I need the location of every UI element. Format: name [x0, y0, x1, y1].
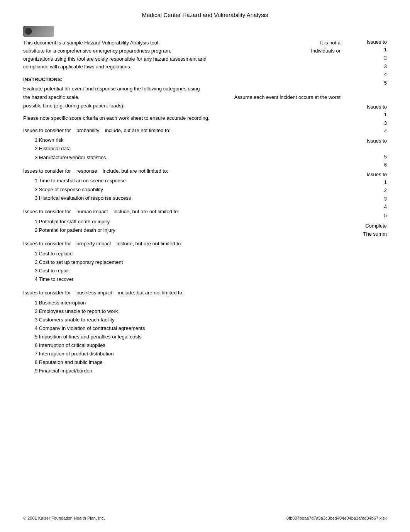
right-numbers-column: Issues to 1 2 3 4 5 Issues to 1 3 4 Issu…	[348, 39, 387, 381]
probability-header-right: include, but are not limited to:	[105, 127, 171, 133]
property-impact-header-mid: property impact	[76, 241, 111, 246]
business-item-2: 2 Employees unable to report to work	[23, 307, 341, 316]
human-impact-header-mid: human impact	[76, 209, 108, 214]
num-2: 2	[348, 54, 387, 62]
issues-label-4: Issues to	[348, 172, 387, 177]
instructions-header: INSTRUCTIONS:	[23, 76, 341, 82]
business-item-9: 9 Financial impact/burden	[23, 367, 341, 375]
response-item-1: 1 Time to marshal an on-scene response	[23, 177, 341, 185]
business-impact-header-right: include, but are not limited to:	[118, 290, 184, 296]
probability-header-left: Issues to consider for	[23, 127, 71, 133]
business-impact-block: Issues to consider for business impact i…	[23, 289, 341, 376]
resp-num-2: 2	[348, 186, 387, 194]
property-impact-header-right: include, but are not limited to:	[117, 241, 182, 246]
business-impact-header-left: Issues to consider for	[23, 290, 71, 296]
probability-item-1: 1 Known risk	[23, 136, 341, 144]
business-item-8: 8 Reputation and public image	[23, 358, 341, 367]
intro-line2-right: Individuals or	[311, 47, 341, 55]
num-1: 1	[348, 46, 387, 54]
response-header-left: Issues to consider for	[23, 168, 71, 174]
logo	[23, 26, 54, 37]
human-impact-header-right: include, but are not limited to:	[114, 209, 179, 214]
human-impact-item-2: 2 Potential for patient death or injury	[23, 226, 341, 235]
intro-line4: compliance with applicable laws and regu…	[23, 63, 341, 71]
inst-num-1: 1	[348, 110, 387, 119]
response-item-3: 3 Historical evaluation of response succ…	[23, 194, 341, 202]
property-impact-header-left: Issues to consider for	[23, 241, 71, 246]
issues-label-3: Issues to	[348, 138, 387, 144]
num-3: 3	[348, 62, 387, 70]
footer-filename: 0fb807bbaa7d7a5a3c3bed404e04ba3afed34b67…	[286, 516, 387, 520]
probability-header-mid: probability	[76, 127, 99, 133]
business-item-3: 3 Customers unable to reach facility	[23, 316, 341, 324]
footer-copyright: © 2001 Kaiser Foundation Health Plan, In…	[23, 516, 105, 520]
issues-label-2: Issues to	[348, 104, 387, 110]
probability-item-3: 3 Manufacturer/vendor statistics	[23, 153, 341, 162]
instructions-para1: Evaluate potential for event and respons…	[23, 85, 341, 110]
probability-block: Issues to consider for probability inclu…	[23, 127, 341, 162]
prob-num-5: 5	[348, 153, 387, 161]
property-item-2: 2 Cost to set up temporary replacement	[23, 258, 341, 267]
num-4: 4	[348, 70, 387, 78]
instructions-para2: Please note specific score criteria on e…	[23, 114, 341, 122]
response-header-right: include, but are not limited to:	[103, 168, 168, 174]
inst-num-3: 3	[348, 119, 387, 127]
human-summ: The summ	[348, 230, 387, 238]
property-item-4: 4 Time to recover	[23, 275, 341, 284]
resp-num-4: 4	[348, 203, 387, 211]
property-item-3: 3 Cost to repair	[23, 267, 341, 275]
business-item-4: 4 Company in violation of contractual ag…	[23, 324, 341, 333]
intro-line2-left: substitute for a comprehensive emergency…	[23, 47, 171, 55]
resp-num-5: 5	[348, 211, 387, 219]
intro-paragraph: This document is a sample Hazard Vulnera…	[23, 39, 341, 71]
response-block: Issues to consider for response include,…	[23, 167, 341, 202]
resp-num-1: 1	[348, 178, 387, 186]
business-impact-header-mid: business impact	[76, 290, 112, 296]
footer: © 2001 Kaiser Foundation Health Plan, In…	[23, 516, 387, 520]
business-item-5: 5 Imposition of fines and penalties or l…	[23, 333, 341, 341]
business-item-6: 6 Interruption of critical supplies	[23, 341, 341, 350]
property-item-1: 1 Cost to replace	[23, 250, 341, 258]
human-impact-block: Issues to consider for human impact incl…	[23, 208, 341, 235]
human-impact-header-left: Issues to consider for	[23, 209, 71, 214]
prob-num-6: 6	[348, 161, 387, 169]
issues-label-1: Issues to	[348, 39, 387, 45]
inst-num-4: 4	[348, 127, 387, 135]
page-title: Medical Center Hazard and Vulnerability …	[23, 12, 387, 18]
response-header-mid: response	[76, 168, 97, 174]
prob-spacer	[348, 144, 387, 153]
num-5: 5	[348, 79, 387, 87]
probability-item-2: 2 Historical data	[23, 144, 341, 153]
response-item-2: 2 Scope of response capability	[23, 185, 341, 194]
business-item-1: 1 Business interruption	[23, 299, 341, 307]
business-item-7: 7 Interruption of product distribution	[23, 350, 341, 358]
resp-num-3: 3	[348, 195, 387, 203]
intro-line3: organizations using this tool are solely…	[23, 55, 341, 63]
human-impact-item-1: 1 Potential for staff death or injury	[23, 218, 341, 226]
human-complete: Complete	[348, 222, 387, 230]
intro-line1-left: This document is a sample Hazard Vulnera…	[23, 39, 160, 47]
intro-line1-right: It is not a	[320, 39, 341, 47]
property-impact-block: Issues to consider for property impact i…	[23, 240, 341, 284]
